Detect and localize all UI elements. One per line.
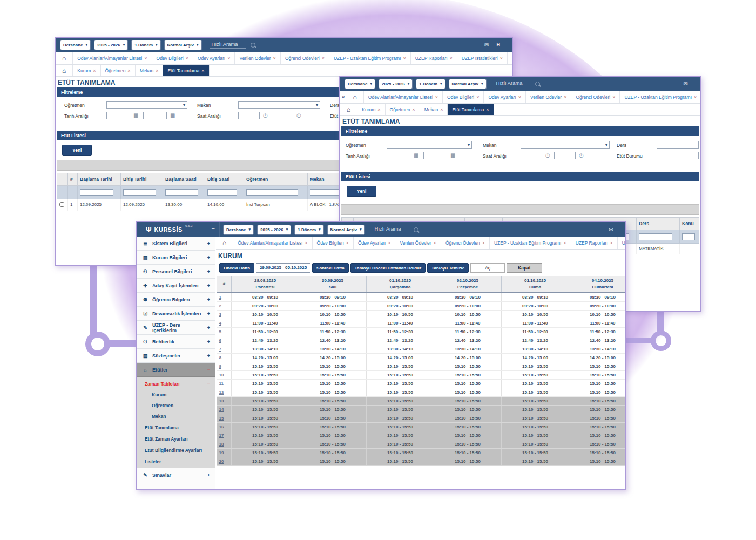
ders-filter-input[interactable] [657, 141, 699, 148]
tab-close-icon[interactable]: × [563, 240, 566, 246]
row-number-link[interactable]: 1 [219, 295, 221, 300]
tab-close-icon[interactable]: × [322, 56, 325, 61]
time-slot-cell[interactable]: 13:30 - 14:10 [367, 345, 434, 353]
time-slot-cell[interactable]: 15:10 - 15:50 [434, 440, 502, 448]
sidebar-item[interactable]: ✚Aday Kayıt İşlemleri+ [137, 279, 215, 293]
time-slot-cell[interactable]: 12:40 - 13:20 [299, 336, 367, 345]
tab[interactable]: UZEP - Uzaktan Eğitim Programı× [329, 52, 411, 64]
clock-icon[interactable]: ◷ [296, 112, 301, 119]
ac-button[interactable]: Aç [470, 263, 505, 273]
time-slot-cell[interactable]: 08:30 - 09:10 [434, 293, 502, 302]
topbar-select[interactable]: 2025 - 2026▾ [257, 225, 291, 235]
time-slot-cell[interactable]: 13:30 - 14:10 [232, 345, 299, 353]
tab[interactable]: Verilen Ödevler× [526, 91, 571, 103]
time-slot-cell[interactable]: 15:10 - 15:50 [367, 379, 434, 388]
time-slot-cell[interactable]: 15:10 - 15:50 [232, 440, 299, 448]
time-slot-cell[interactable]: 15:10 - 15:50 [299, 422, 367, 431]
topbar-select[interactable]: 1.Dönem▾ [416, 79, 445, 89]
time-slot-cell[interactable]: 12:40 - 13:20 [367, 336, 434, 345]
tarih-end-input[interactable] [143, 112, 167, 119]
submenu-item[interactable]: Listeler [137, 456, 215, 467]
time-slot-cell[interactable]: 15:10 - 15:50 [434, 431, 502, 440]
tab[interactable]: Ödev Alanlar/Almayanlar Listesi× [233, 237, 312, 249]
tab-close-icon[interactable]: × [486, 107, 489, 112]
time-slot-cell[interactable]: 15:10 - 15:50 [232, 388, 299, 396]
topbar-select[interactable]: 1.Dönem▾ [131, 40, 160, 50]
tab[interactable]: Öğrenci Ödevleri× [281, 52, 329, 64]
time-slot-cell[interactable]: 10:10 - 10:50 [367, 310, 434, 319]
time-slot-cell[interactable]: 11:00 - 11:40 [299, 319, 367, 327]
time-slot-cell[interactable]: 15:10 - 15:50 [569, 388, 625, 396]
yeni-button[interactable]: Yeni [347, 186, 376, 197]
envelope-icon[interactable]: ✉ [609, 227, 613, 233]
time-slot-cell[interactable]: 11:00 - 11:40 [502, 319, 569, 327]
topbar-select[interactable]: Normal Arşiv▾ [449, 79, 487, 89]
row-number-link[interactable]: 17 [219, 433, 224, 438]
time-slot-cell[interactable]: 15:10 - 15:50 [569, 370, 625, 379]
submenu-item[interactable]: Öğretmen [137, 400, 215, 411]
time-slot-cell[interactable]: 15:10 - 15:50 [434, 370, 502, 379]
topbar-select[interactable]: 2025 - 2026▾ [379, 79, 413, 89]
time-slot-cell[interactable]: 15:10 - 15:50 [299, 457, 367, 465]
submenu-item[interactable]: Etüt Bilgilendirme Ayarları [137, 444, 215, 456]
row-number-link[interactable]: 7 [219, 347, 221, 352]
time-slot-cell[interactable]: 15:10 - 15:50 [299, 388, 367, 396]
time-slot-cell[interactable]: 15:10 - 15:50 [502, 379, 569, 388]
row-checkbox[interactable] [59, 202, 64, 207]
tab[interactable]: UZEP - Uzaktan Eğitim Programı× [620, 91, 700, 103]
time-slot-cell[interactable]: 10:10 - 10:50 [434, 310, 502, 319]
tab[interactable]: Ödev Ayarları× [193, 52, 235, 64]
clock-icon[interactable]: ◷ [579, 152, 584, 159]
row-number-link[interactable]: 20 [219, 459, 224, 464]
tabloyu-temizle-button[interactable]: Tabloyu Temizle [427, 263, 469, 273]
time-slot-cell[interactable]: 14:20 - 15:00 [434, 353, 502, 362]
time-slot-cell[interactable]: 15:10 - 15:50 [232, 396, 299, 405]
tab-close-icon[interactable]: × [434, 240, 436, 246]
time-slot-cell[interactable]: 15:10 - 15:50 [367, 440, 434, 448]
time-slot-cell[interactable]: 15:10 - 15:50 [299, 431, 367, 440]
tarih-start-input[interactable] [106, 112, 130, 119]
tab[interactable]: Verilen Ödevler× [395, 237, 441, 249]
time-slot-cell[interactable]: 15:10 - 15:50 [502, 396, 569, 405]
tab[interactable]: Kurum× [357, 104, 385, 115]
row-number-link[interactable]: 16 [219, 424, 224, 429]
calendar-icon[interactable]: ▦ [414, 152, 418, 159]
time-slot-cell[interactable]: 15:10 - 15:50 [569, 396, 625, 405]
time-slot-cell[interactable]: 15:10 - 15:50 [367, 414, 434, 422]
time-slot-cell[interactable]: 15:10 - 15:50 [232, 405, 299, 414]
search-icon[interactable] [414, 227, 418, 232]
home-tab[interactable]: ⌂ [347, 91, 364, 103]
ogretmen-filter-select[interactable]: ▾ [387, 141, 472, 148]
tab-close-icon[interactable]: × [564, 94, 566, 100]
tarih-end-input[interactable] [423, 152, 447, 159]
submenu-item[interactable]: Etüt Tanımlama [137, 422, 215, 433]
user-menu[interactable]: H [497, 42, 501, 48]
home-tab[interactable]: ⌂ [340, 104, 357, 115]
tab-close-icon[interactable]: × [482, 240, 485, 246]
tab[interactable]: Etüt Tanımlama× [163, 65, 209, 76]
time-slot-cell[interactable]: 11:50 - 12:30 [434, 327, 502, 336]
tab-close-icon[interactable]: × [346, 240, 349, 246]
tab[interactable]: Öğretmen× [386, 104, 420, 115]
submenu-item[interactable]: Kurum [137, 389, 215, 400]
time-slot-cell[interactable]: 15:10 - 15:50 [502, 414, 569, 422]
etut-durumu-input[interactable] [657, 152, 699, 159]
tab[interactable]: Öğretmen× [101, 65, 136, 76]
time-slot-cell[interactable]: 11:50 - 12:30 [367, 327, 434, 336]
row-number-link[interactable]: 2 [219, 303, 221, 308]
yeni-button[interactable]: Yeni [62, 145, 92, 156]
onceki-hafta-button[interactable]: Önceki Hafta [219, 263, 254, 273]
tab-close-icon[interactable]: × [694, 94, 697, 100]
row-number-link[interactable]: 5 [219, 329, 221, 334]
time-slot-cell[interactable]: 15:10 - 15:50 [232, 422, 299, 431]
sidebar-item[interactable]: ✎UZEP - Ders İçeriklerim+ [137, 321, 215, 335]
tab-close-icon[interactable]: × [388, 240, 390, 246]
time-slot-cell[interactable]: 15:10 - 15:50 [434, 405, 502, 414]
time-slot-cell[interactable]: 11:50 - 12:30 [569, 327, 625, 336]
time-slot-cell[interactable]: 15:10 - 15:50 [232, 370, 299, 379]
sidebar-item[interactable]: ✎Sınavlar+ [137, 468, 215, 482]
time-slot-cell[interactable]: 15:10 - 15:50 [299, 440, 367, 448]
time-slot-cell[interactable]: 15:10 - 15:50 [367, 396, 434, 405]
home-tab[interactable]: ⌂ [216, 237, 233, 249]
saat-end-input[interactable] [272, 112, 293, 119]
